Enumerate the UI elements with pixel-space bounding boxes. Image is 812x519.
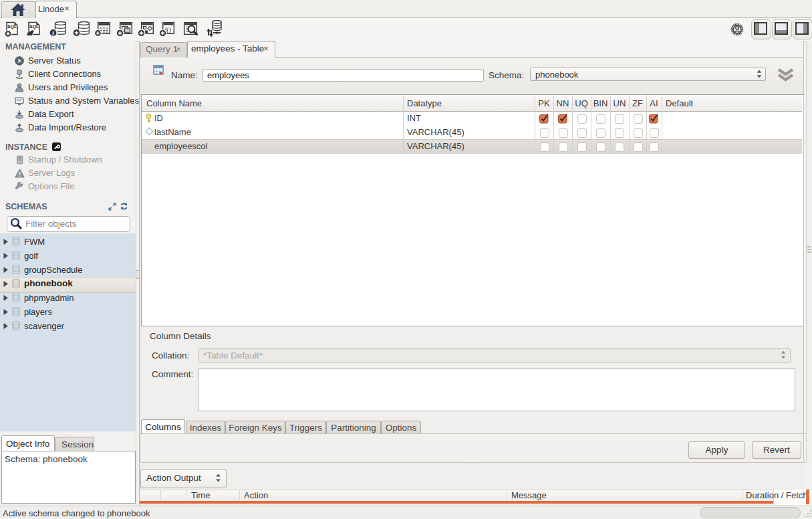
svg-text:SQL: SQL — [7, 24, 17, 29]
svg-text:SQL: SQL — [29, 24, 39, 29]
svg-text:i: i — [52, 29, 54, 37]
